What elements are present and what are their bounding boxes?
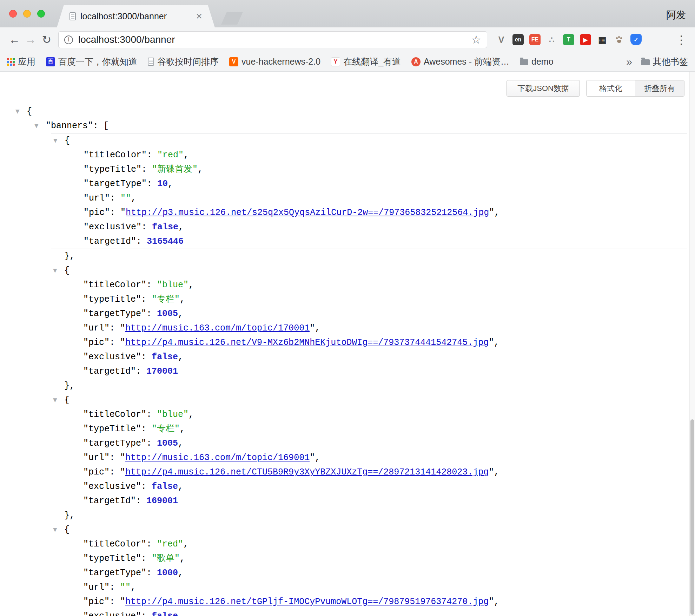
- json-line: },: [51, 508, 687, 523]
- bookmarks-overflow-icon[interactable]: »: [626, 56, 632, 68]
- json-text: {: [27, 106, 32, 117]
- baidu-bookmark[interactable]: 百百度一下，你就知道: [46, 56, 137, 67]
- format-button-group: 格式化 折叠所有: [586, 80, 684, 97]
- json-key: "targetType": [83, 568, 146, 578]
- url-text[interactable]: localhost:3000/banner: [78, 34, 466, 45]
- json-line: "exclusive": false,: [51, 220, 687, 234]
- bookmark-star-icon[interactable]: ☆: [471, 33, 481, 46]
- youtube-icon[interactable]: ▶: [579, 33, 592, 46]
- close-window-button[interactable]: [9, 10, 17, 18]
- json-line: "typeTitle": "专栏",: [51, 292, 687, 307]
- json-key: "exclusive": [83, 481, 141, 492]
- json-line: "pic": "http://p4.music.126.net/V9-MXz6b…: [51, 335, 687, 350]
- json-url-link[interactable]: http://music.163.com/m/topic/169001: [125, 453, 310, 463]
- json-text: :: [141, 424, 152, 434]
- extension-glyph: V: [498, 35, 504, 45]
- reload-button[interactable]: ↻: [39, 32, 55, 48]
- json-url-link[interactable]: http://music.163.com/m/topic/170001: [125, 323, 310, 333]
- zoom-window-button[interactable]: [37, 10, 45, 18]
- bookmark-label: vue-hackernews-2.0: [241, 57, 320, 67]
- json-text: ,: [178, 438, 183, 448]
- collapse-triangle-icon[interactable]: ▼: [53, 133, 58, 148]
- awesomes-icon: A: [411, 57, 421, 66]
- address-bar[interactable]: i localhost:3000/banner ☆: [58, 31, 487, 48]
- json-line: "targetType": 1000,: [51, 566, 687, 580]
- json-line: "targetType": 1005,: [51, 436, 687, 451]
- paw-icon[interactable]: [613, 33, 626, 46]
- tab-close-icon[interactable]: ×: [196, 11, 202, 21]
- json-text: :: [146, 409, 157, 420]
- download-json-button[interactable]: 下载JSON数据: [507, 80, 580, 97]
- vertical-scrollbar[interactable]: [689, 72, 695, 616]
- json-text: ,: [183, 539, 188, 549]
- collapse-triangle-icon[interactable]: ▼: [34, 119, 39, 133]
- page-content: 下载JSON数据 格式化 折叠所有 ▼{▼"banners": [▼{"titl…: [0, 72, 695, 616]
- json-text: :: [110, 193, 120, 203]
- extension-glyph: FE: [529, 34, 541, 45]
- new-tab-button[interactable]: [221, 12, 243, 25]
- awesomes-bookmark[interactable]: AAwesomes - 前端资…: [411, 56, 509, 67]
- json-line: "titleColor": "red",: [51, 537, 687, 551]
- json-text: {: [64, 395, 70, 405]
- json-line: "titleColor": "blue",: [51, 278, 687, 292]
- apps-shortcut[interactable]: 应用: [7, 56, 35, 67]
- qrcode-icon[interactable]: ▦: [596, 33, 609, 46]
- json-text: :: [136, 236, 147, 247]
- json-key: "targetType": [83, 438, 146, 448]
- shield-check-icon[interactable]: ✓: [630, 33, 642, 46]
- json-key: "pic": [83, 597, 110, 607]
- scrollbar-thumb[interactable]: [690, 419, 694, 615]
- vue-hackernews-bookmark[interactable]: Vvue-hackernews-2.0: [229, 57, 320, 67]
- json-text: ,: [188, 280, 194, 290]
- t-shield-icon[interactable]: T: [562, 33, 575, 46]
- json-url-link[interactable]: http://p4.music.126.net/V9-MXz6b2MNhEKju…: [125, 338, 489, 348]
- demo-folder-bookmark[interactable]: demo: [520, 57, 554, 67]
- fe-extension-icon[interactable]: FE: [529, 33, 541, 46]
- collapse-triangle-icon[interactable]: ▼: [53, 263, 57, 278]
- format-button[interactable]: 格式化: [587, 80, 635, 96]
- json-text: 170001: [146, 366, 178, 376]
- json-key: "url": [83, 323, 110, 333]
- translate-en-icon[interactable]: en: [512, 33, 524, 46]
- json-text: : [: [93, 121, 109, 131]
- json-text: ": [489, 597, 494, 607]
- json-text: ": [120, 323, 125, 333]
- json-key: "typeTitle": [83, 294, 141, 304]
- collapse-all-button[interactable]: 折叠所有: [635, 80, 684, 96]
- json-line: "url": "http://music.163.com/m/topic/170…: [51, 321, 687, 335]
- json-text: :: [110, 323, 120, 333]
- forward-button[interactable]: →: [22, 32, 39, 48]
- json-text: "": [120, 582, 131, 592]
- collapse-triangle-icon[interactable]: ▼: [53, 523, 57, 537]
- page-info-icon[interactable]: i: [64, 35, 73, 44]
- json-url-link[interactable]: http://p4.music.126.net/tGPljf-IMOCyPvum…: [125, 597, 489, 607]
- google-sort-bookmark[interactable]: 谷歌按时间排序: [148, 56, 219, 67]
- json-key: "typeTitle": [83, 553, 141, 564]
- youdao-translate-bookmark[interactable]: Y在线翻译_有道: [331, 56, 401, 67]
- sitemap-icon[interactable]: ∴: [545, 33, 558, 46]
- collapse-triangle-icon[interactable]: ▼: [15, 104, 20, 119]
- json-text: ,: [131, 582, 136, 592]
- chrome-menu-icon[interactable]: ⋮: [674, 33, 689, 47]
- json-key: "url": [83, 582, 110, 592]
- json-text: ,: [494, 597, 499, 607]
- other-bookmarks-button[interactable]: 其他书签: [641, 56, 688, 67]
- bookmark-label: 谷歌按时间排序: [157, 56, 219, 67]
- folder-icon: [520, 59, 528, 65]
- back-button[interactable]: ←: [6, 32, 22, 48]
- collapse-triangle-icon[interactable]: ▼: [53, 393, 57, 407]
- minimize-window-button[interactable]: [23, 10, 31, 18]
- json-text: {: [64, 266, 70, 276]
- extension-glyph: en: [512, 34, 524, 45]
- tab-strip: localhost:3000/banner × 阿发: [0, 0, 695, 27]
- json-url-link[interactable]: http://p3.music.126.net/s25q2x5QyqsAzilC…: [126, 208, 489, 218]
- json-text: ,: [494, 338, 499, 348]
- json-text: "blue": [157, 280, 188, 290]
- json-key: "targetId": [83, 366, 136, 376]
- browser-tab[interactable]: localhost:3000/banner ×: [57, 5, 215, 27]
- baidu-icon: 百: [46, 57, 55, 66]
- json-url-link[interactable]: http://p4.music.126.net/CTU5B9R9y3XyYBZX…: [125, 467, 489, 477]
- json-text: ,: [178, 352, 183, 362]
- vimium-icon[interactable]: V: [495, 33, 508, 46]
- json-key: "pic": [83, 338, 110, 348]
